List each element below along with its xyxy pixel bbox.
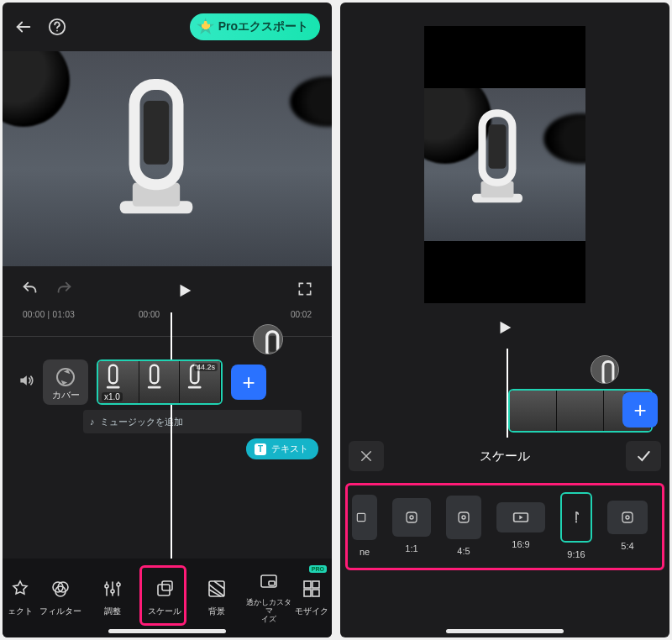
timeline-ruler[interactable] [3, 321, 332, 358]
transport-bar [3, 266, 332, 307]
scale-panel-header: スケール [340, 434, 669, 478]
keyframe-avatar[interactable] [253, 324, 283, 354]
star-icon [10, 579, 30, 601]
tool-scale-label: スケール [148, 606, 181, 617]
svg-point-52 [575, 521, 577, 522]
svg-rect-45 [357, 513, 365, 521]
help-icon[interactable] [48, 18, 66, 36]
fullscreen-icon[interactable] [297, 281, 313, 301]
ratio-option-1-1[interactable]: 1:1 [392, 498, 431, 553]
close-button[interactable] [349, 441, 384, 471]
cover-button[interactable]: カバー [43, 359, 88, 405]
svg-rect-40 [489, 124, 507, 169]
watermark-icon [259, 572, 279, 594]
add-clip-button[interactable]: + [231, 365, 266, 400]
svg-rect-15 [148, 386, 161, 389]
timecode-row: 00:00 | 01:03 00:00 00:02 [3, 307, 332, 321]
svg-rect-14 [109, 365, 117, 383]
svg-point-49 [462, 516, 465, 519]
svg-point-27 [117, 583, 120, 586]
aspect-ratio-row: ne 1:1 4:5 16:9 9:16 5:4 [340, 478, 669, 582]
video-clip[interactable]: x1.0 44.2s [97, 359, 223, 405]
panel-title: スケール [384, 449, 626, 464]
pro-export-button[interactable]: Proエクスポート [190, 13, 320, 40]
background-icon [207, 579, 227, 601]
ratio-option-4-5[interactable]: 4:5 [446, 496, 481, 556]
ratio-label: 16:9 [512, 539, 529, 549]
scale-panel-screen: 44.2s + スケール ne 1:1 4:5 16:9 [340, 3, 669, 637]
editor-screen: Proエクスポート 00:00 | 01:03 00:00 00:02 [3, 3, 332, 637]
svg-rect-35 [304, 590, 311, 596]
clip-speed: x1.0 [102, 392, 123, 401]
top-bar: Proエクスポート [3, 3, 332, 51]
tool-adjust-label: 調整 [104, 606, 121, 617]
home-indicator [446, 629, 564, 633]
music-icon: ♪ [90, 417, 95, 427]
tool-effect[interactable]: ェクト [6, 569, 34, 627]
video-preview[interactable] [3, 51, 332, 266]
svg-rect-13 [107, 386, 120, 389]
ratio-option-5-4[interactable]: 5:4 [607, 501, 648, 551]
video-preview-portrait[interactable] [340, 21, 669, 308]
svg-marker-7 [181, 285, 192, 297]
svg-rect-36 [312, 590, 319, 596]
svg-rect-53 [622, 512, 633, 522]
tool-scale[interactable]: スケール [139, 569, 191, 627]
tool-background[interactable]: 背景 [191, 569, 243, 627]
back-icon[interactable] [14, 18, 33, 36]
svg-rect-17 [188, 386, 202, 389]
cover-label: カバー [52, 389, 80, 401]
home-indicator [108, 629, 226, 633]
add-music-row[interactable]: ♪ ミュージックを追加 [83, 410, 302, 433]
ruler-t0: 00:00 [139, 310, 160, 319]
ratio-option-16-9[interactable]: 16:9 [496, 502, 545, 549]
play-button[interactable] [73, 281, 297, 300]
svg-rect-32 [269, 581, 275, 585]
ratio-option-9-16[interactable]: 9:16 [560, 492, 592, 559]
elapsed-total-label: 00:00 | 01:03 [23, 310, 75, 319]
text-chip-wrap: T テキスト [3, 438, 332, 459]
tool-effect-label: ェクト [8, 606, 33, 617]
svg-point-54 [626, 516, 629, 519]
ratio-label: 4:5 [457, 546, 470, 556]
confirm-button[interactable] [626, 441, 661, 471]
svg-marker-41 [501, 322, 512, 334]
video-track: カバー x1.0 44.2s + [3, 358, 332, 405]
mute-icon[interactable] [18, 372, 34, 392]
keyframe-avatar[interactable] [591, 355, 619, 384]
svg-rect-42 [603, 362, 613, 384]
tool-adjust[interactable]: 調整 [87, 569, 139, 627]
tool-watermark[interactable]: 透かしカスタマイズ [243, 569, 295, 627]
svg-rect-48 [459, 512, 469, 522]
sliders-icon [102, 579, 123, 601]
svg-rect-46 [407, 512, 417, 522]
playhead[interactable] [171, 312, 172, 559]
svg-point-23 [105, 585, 108, 588]
redo-icon[interactable] [55, 280, 73, 302]
svg-marker-12 [20, 375, 26, 386]
play-button[interactable] [496, 318, 514, 340]
svg-marker-51 [519, 516, 522, 520]
ratio-label: 5:4 [621, 541, 633, 551]
mosaic-icon [302, 579, 322, 601]
ratio-option-none[interactable]: ne [352, 495, 377, 557]
timeline-mini[interactable]: 44.2s + [340, 350, 669, 434]
svg-rect-34 [312, 581, 319, 588]
bottom-toolbar: ェクト フィルター 調整 スケール 背景 透かしカスタマイズ PRO モザイク [3, 559, 332, 637]
text-chip-label: テキスト [271, 443, 308, 455]
filter-icon [50, 579, 71, 601]
svg-point-2 [56, 30, 58, 32]
tool-mosaic[interactable]: PRO モザイク [295, 569, 328, 627]
ratio-label: 9:16 [567, 549, 585, 559]
tool-background-label: 背景 [208, 606, 225, 617]
svg-point-25 [111, 590, 114, 593]
svg-rect-16 [150, 365, 158, 383]
add-clip-button[interactable]: + [622, 392, 658, 428]
svg-rect-29 [162, 581, 172, 590]
tool-filter[interactable]: フィルター [34, 569, 87, 627]
tool-watermark-label: 透かしカスタマイズ [243, 599, 295, 624]
text-chip[interactable]: T テキスト [246, 438, 318, 459]
ratio-label: 1:1 [405, 543, 417, 553]
preview-content [102, 71, 211, 239]
undo-icon[interactable] [21, 280, 39, 302]
